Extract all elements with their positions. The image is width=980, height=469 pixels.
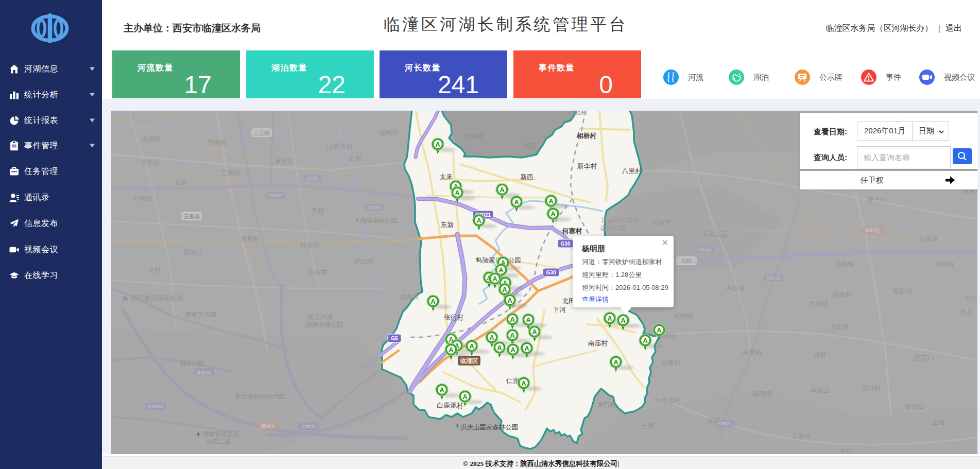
svg-text:虎家村: 虎家村	[400, 293, 419, 301]
svg-text:A: A	[613, 359, 618, 366]
svg-text:张行村: 张行村	[444, 314, 464, 321]
svg-text:白鹿观村: 白鹿观村	[437, 402, 463, 409]
svg-text:公园二期: 公园二期	[206, 438, 231, 445]
svg-text:G30: G30	[682, 258, 692, 264]
svg-text:火箭沟: 火箭沟	[934, 260, 953, 268]
svg-text:A: A	[497, 344, 502, 352]
svg-text:A: A	[502, 286, 507, 293]
svg-text:徐家村: 徐家村	[832, 291, 852, 299]
svg-text:何寨村: 何寨村	[562, 227, 582, 235]
svg-text:G30: G30	[546, 270, 556, 275]
svg-text:西相村: 西相村	[568, 111, 588, 116]
svg-text:新李村: 新李村	[577, 162, 597, 170]
svg-text:A: A	[643, 337, 647, 344]
svg-text:A: A	[476, 217, 481, 224]
svg-text:三观镇: 三观镇	[220, 169, 240, 177]
svg-text:A: A	[449, 346, 453, 354]
svg-text:临潼区: 临潼区	[460, 357, 478, 364]
svg-text:A: A	[462, 393, 467, 401]
svg-text:G3002: G3002	[197, 369, 212, 375]
svg-text:渭南市: 渭南市	[651, 219, 671, 226]
svg-text:A: A	[469, 343, 474, 350]
svg-text:下河: 下河	[553, 306, 566, 314]
svg-text:A: A	[524, 345, 529, 352]
svg-text:墨沙口: 墨沙口	[905, 403, 924, 410]
svg-text:八里集村: 八里集村	[268, 158, 294, 165]
svg-text:三王镇: 三王镇	[254, 130, 269, 136]
svg-text:新家村: 新家村	[464, 133, 484, 140]
svg-text:骊西镇: 骊西镇	[379, 129, 399, 136]
svg-text:李赵: 李赵	[312, 207, 324, 214]
svg-text:G5011: G5011	[302, 424, 316, 429]
svg-text:西石门: 西石门	[915, 355, 934, 362]
svg-text:A: A	[551, 211, 555, 218]
svg-text:安王村: 安王村	[867, 196, 887, 203]
svg-text:羊园: 羊园	[839, 447, 852, 454]
svg-text:渭南汽车文化: 渭南汽车文化	[601, 217, 641, 224]
svg-text:桂家村: 桂家村	[300, 241, 320, 249]
svg-text:高村镇: 高村镇	[674, 312, 693, 320]
svg-text:新丝绸精品时代园: 新丝绸精品时代园	[235, 393, 285, 400]
svg-text:A: A	[455, 189, 459, 197]
svg-text:南庙村: 南庙村	[588, 339, 608, 347]
svg-text:东新: 东新	[440, 221, 454, 229]
svg-text:G321: G321	[306, 176, 318, 181]
svg-text:A: A	[507, 297, 512, 304]
svg-text:土地: 土地	[932, 419, 945, 426]
svg-text:赤水镇: 赤水镇	[918, 235, 938, 242]
svg-text:中张镇: 中张镇	[132, 195, 152, 202]
svg-text:东河村: 东河村	[862, 385, 881, 392]
svg-text:A: A	[621, 317, 625, 324]
svg-text:杨家村: 杨家村	[661, 359, 681, 367]
svg-text:丰原镇: 丰原镇	[726, 284, 745, 291]
svg-text:国家湿地公园: 国家湿地公园	[306, 321, 343, 328]
svg-text:A: A	[510, 332, 514, 339]
svg-text:A: A	[439, 387, 444, 394]
svg-text:新西: 新西	[520, 173, 534, 181]
svg-text:火烧村: 火烧村	[141, 135, 161, 143]
svg-text:S3022: S3022	[698, 247, 711, 252]
svg-text:A: A	[526, 317, 530, 324]
svg-text:池上: 池上	[960, 309, 973, 316]
svg-text:钓北村: 钓北村	[354, 258, 374, 265]
svg-text:太来: 太来	[439, 173, 453, 181]
svg-text:王家: 王家	[642, 422, 655, 429]
svg-text:仁村: 仁村	[349, 155, 362, 162]
svg-text:王家台: 王家台	[792, 433, 811, 440]
svg-text:A: A	[498, 267, 503, 274]
svg-text:G108: G108	[369, 205, 380, 210]
svg-text:A: A	[500, 186, 504, 194]
svg-text:瑾家村: 瑾家村	[240, 235, 260, 242]
svg-text:王村: 王村	[148, 266, 161, 273]
svg-text:A: A	[492, 275, 497, 283]
svg-text:A: A	[532, 328, 537, 336]
svg-text:G3003: G3003	[148, 404, 163, 409]
svg-text:A: A	[435, 141, 440, 148]
svg-text:山西庄村: 山西庄村	[327, 143, 353, 150]
svg-text:洪庆山国家森林公园: 洪庆山国家森林公园	[460, 424, 519, 431]
svg-text:马家山: 马家山	[810, 387, 830, 394]
svg-text:张家村: 张家村	[308, 269, 328, 276]
svg-text:明珠公园: 明珠公园	[179, 360, 204, 367]
svg-text:高陵运动公园: 高陵运动公园	[360, 217, 397, 224]
svg-text:华州区: 华州区	[865, 228, 881, 233]
svg-text:G30: G30	[561, 241, 571, 247]
svg-text:A: A	[510, 316, 514, 323]
svg-text:A: A	[510, 346, 515, 354]
svg-text:三里镇: 三里镇	[184, 214, 199, 219]
svg-text:郭家庄: 郭家庄	[183, 249, 203, 256]
svg-text:八里村: 八里村	[622, 167, 642, 175]
svg-text:A: A	[431, 298, 435, 305]
svg-text:G6521: G6521	[766, 275, 780, 281]
svg-text:枝盆沟: 枝盆沟	[892, 288, 912, 295]
svg-text:大明镇: 大明镇	[809, 300, 829, 307]
svg-text:A: A	[489, 334, 494, 341]
svg-text:石村: 石村	[175, 179, 187, 186]
svg-text:温坡镇: 温坡镇	[835, 260, 854, 268]
svg-text:A: A	[514, 199, 519, 206]
svg-text:普家村: 普家村	[207, 139, 227, 146]
svg-text:郭西: 郭西	[523, 143, 537, 150]
svg-text:G6522: G6522	[268, 193, 282, 198]
svg-text:G6521: G6521	[718, 421, 732, 426]
svg-text:西安浐灞: 西安浐灞	[308, 314, 333, 321]
